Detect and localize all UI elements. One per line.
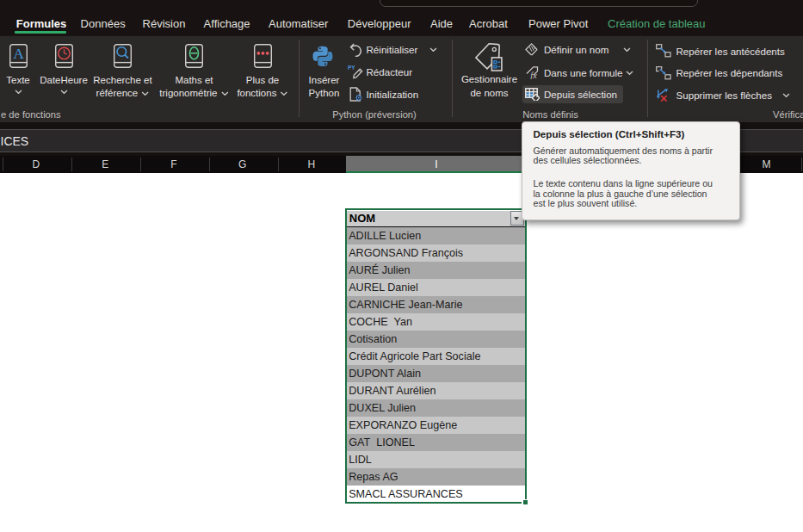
svg-text:A: A (13, 45, 24, 62)
svg-text:fx: fx (530, 71, 537, 79)
svg-text:PY: PY (348, 65, 355, 71)
